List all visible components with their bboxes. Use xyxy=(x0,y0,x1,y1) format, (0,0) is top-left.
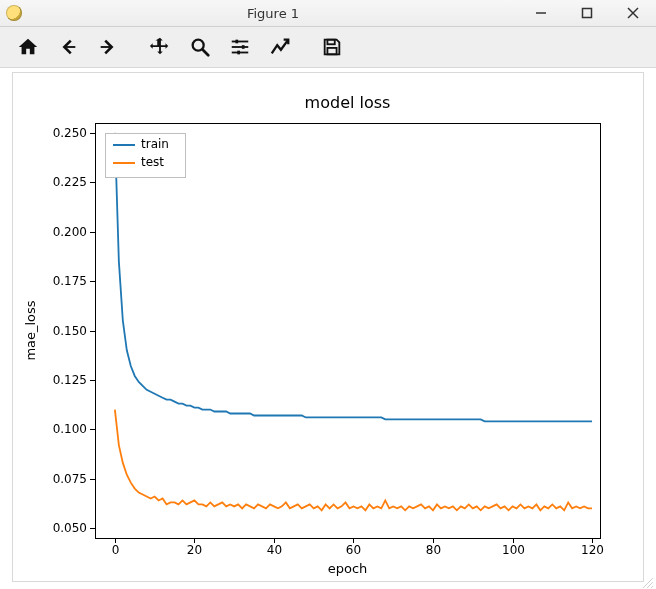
minimize-button[interactable] xyxy=(518,0,564,26)
home-button[interactable] xyxy=(8,29,48,65)
close-button[interactable] xyxy=(610,0,656,26)
svg-line-18 xyxy=(651,586,653,588)
window-titlebar: Figure 1 xyxy=(0,0,656,27)
svg-rect-13 xyxy=(237,51,240,55)
zoom-button[interactable] xyxy=(180,29,220,65)
save-icon xyxy=(321,36,343,58)
maximize-icon xyxy=(581,7,593,19)
svg-rect-11 xyxy=(242,45,245,49)
sliders-icon xyxy=(229,36,251,58)
minimize-icon xyxy=(535,7,547,19)
forward-button[interactable] xyxy=(88,29,128,65)
configure-button[interactable] xyxy=(220,29,260,65)
plot-toolbar xyxy=(0,27,656,68)
back-button[interactable] xyxy=(48,29,88,65)
svg-rect-14 xyxy=(327,40,334,45)
save-button[interactable] xyxy=(312,29,352,65)
axes-button[interactable] xyxy=(260,29,300,65)
svg-rect-1 xyxy=(583,9,592,18)
move-icon xyxy=(149,36,171,58)
svg-rect-5 xyxy=(101,46,111,48)
window-title: Figure 1 xyxy=(28,6,518,21)
resize-grip[interactable] xyxy=(640,575,654,589)
svg-line-7 xyxy=(203,50,209,56)
svg-rect-4 xyxy=(65,46,75,48)
arrow-left-icon xyxy=(57,36,79,58)
plot-canvas[interactable] xyxy=(0,68,656,589)
svg-rect-15 xyxy=(327,48,336,54)
zoom-icon xyxy=(189,36,211,58)
home-icon xyxy=(17,36,39,58)
window-controls xyxy=(518,0,656,26)
close-icon xyxy=(627,7,639,19)
pan-button[interactable] xyxy=(140,29,180,65)
arrow-right-icon xyxy=(97,36,119,58)
chart-line-icon xyxy=(269,36,291,58)
svg-rect-9 xyxy=(235,40,238,44)
maximize-button[interactable] xyxy=(564,0,610,26)
figure-area xyxy=(0,68,656,589)
app-icon xyxy=(6,5,22,21)
